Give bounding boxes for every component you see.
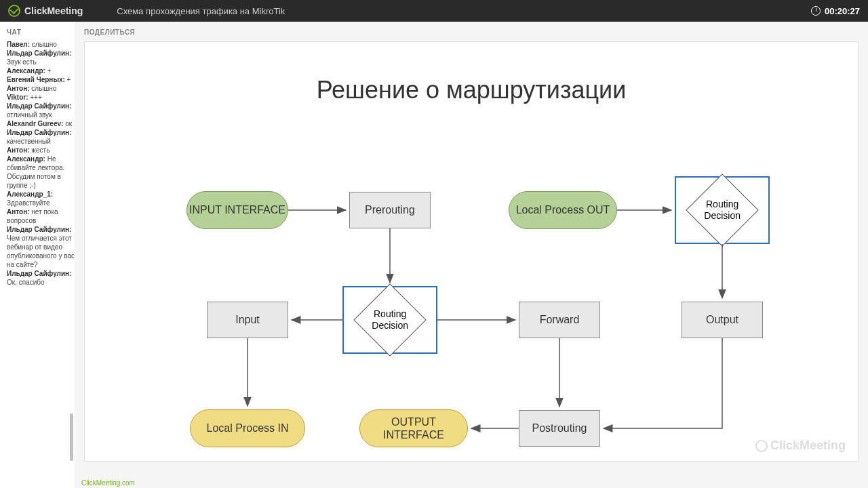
- watermark: ClickMeeting: [755, 439, 846, 453]
- chat-sidebar: ЧАТ Павел: слышноИльдар Сайфулин: Звук е…: [0, 22, 75, 488]
- slide-title: Решение о маршрутизации: [85, 76, 858, 104]
- chat-entry: Ильдар Сайфулин: Ок, спасибо: [7, 269, 75, 287]
- chat-list[interactable]: Павел: слышноИльдар Сайфулин: Звук естьА…: [7, 40, 75, 486]
- chat-title: ЧАТ: [7, 28, 75, 36]
- share-title: ПОДЕЛИТЬСЯ: [84, 28, 859, 36]
- node-prerouting: Prerouting: [349, 192, 431, 228]
- chat-entry: Ильдар Сайфулин: отличный звук: [7, 102, 75, 119]
- flow-diagram: INPUT INTERFACE Prerouting Local Process…: [85, 130, 858, 455]
- chat-entry: Александр: Не сбивайте лектора. Обсудим …: [7, 155, 75, 190]
- footer-link[interactable]: ClickMeeting.com: [81, 479, 135, 487]
- chat-entry: Евгений Черных: +: [7, 75, 75, 84]
- chat-entry: Антон: нет пока вопросов: [7, 207, 75, 225]
- node-routing-decision-2: Routing Decision: [342, 286, 437, 354]
- presentation-slide: Решение о маршрутизации INPUT INTERFACE …: [84, 41, 859, 462]
- watermark-icon: [755, 440, 768, 452]
- node-output-interface: OUTPUT INTERFACE: [359, 409, 468, 447]
- node-local-process-in: Local Process IN: [190, 409, 305, 447]
- chat-entry: Viktor: +++: [7, 93, 75, 102]
- content-area: ПОДЕЛИТЬСЯ Решение о маршрутизации INPUT…: [75, 22, 868, 488]
- chat-entry: Ильдар Сайфулин: Звук есть: [7, 49, 75, 66]
- node-output: Output: [682, 302, 763, 338]
- node-routing-decision-1: Routing Decision: [675, 176, 770, 244]
- clock-icon: [811, 6, 821, 16]
- chat-entry: Антон: слышно: [7, 84, 75, 93]
- logo-icon: [8, 5, 20, 17]
- meeting-title: Схема прохождения трафика на MikroTik: [117, 6, 285, 16]
- node-input-interface: INPUT INTERFACE: [186, 191, 288, 229]
- node-postrouting: Postrouting: [519, 410, 600, 447]
- chat-entry: Антон: жесть: [7, 146, 75, 155]
- chat-entry: Alexandr Gureev: ок: [7, 119, 75, 128]
- node-local-process-out: Local Process OUT: [509, 191, 617, 229]
- chat-entry: Ильдар Сайфулин: качественный: [7, 128, 75, 146]
- session-timer: 00:20:27: [811, 6, 860, 16]
- chat-scrollbar-thumb[interactable]: [70, 413, 73, 461]
- timer-value: 00:20:27: [825, 6, 860, 16]
- chat-entry: Александр: +: [7, 66, 75, 75]
- node-input: Input: [207, 302, 288, 338]
- app-logo: ClickMeeting: [8, 5, 83, 17]
- node-forward: Forward: [519, 302, 600, 338]
- top-bar: ClickMeeting Схема прохождения трафика н…: [0, 0, 868, 22]
- chat-entry: Павел: слышно: [7, 40, 75, 49]
- brand-name: ClickMeeting: [24, 5, 83, 16]
- chat-entry: Ильдар Сайфулин: Чем отличается этот веб…: [7, 225, 75, 269]
- chat-entry: Александр_1: Здравствуйте: [7, 190, 75, 207]
